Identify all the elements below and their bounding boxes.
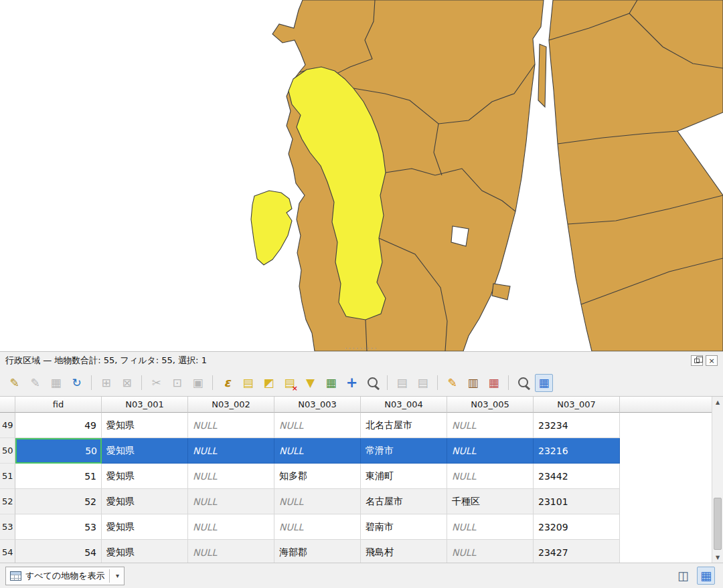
cell-N03_005[interactable]: NULL: [447, 540, 534, 563]
column-header-N03_005[interactable]: N03_005: [447, 397, 534, 413]
table-row-54[interactable]: 5454愛知県NULL海部郡飛島村NULL23427: [0, 540, 723, 563]
cell-fid[interactable]: 51: [15, 464, 102, 489]
cell-N03_003[interactable]: NULL: [274, 514, 361, 540]
cell-N03_004[interactable]: 飛島村: [361, 540, 447, 563]
map-svg[interactable]: [0, 0, 723, 351]
column-header-N03_004[interactable]: N03_004: [361, 397, 447, 413]
cell-N03_004[interactable]: 東浦町: [361, 464, 447, 489]
cell-N03_007[interactable]: 23427: [534, 540, 620, 563]
form-view-icon[interactable]: ◫: [674, 567, 692, 585]
edit-attributes-icon[interactable]: ✎: [443, 374, 461, 392]
table-row-49[interactable]: 4949愛知県NULLNULL北名古屋市NULL23234: [0, 413, 723, 438]
header-corner[interactable]: [0, 397, 15, 413]
cell-N03_001[interactable]: 愛知県: [102, 489, 188, 514]
field-calculator-icon[interactable]: ▥: [464, 374, 482, 392]
panel-splitter-handle[interactable]: ·········: [0, 345, 723, 351]
map-canvas[interactable]: ·········: [0, 0, 723, 351]
selected-feature-island-polygon[interactable]: [251, 191, 292, 265]
cell-fid[interactable]: 49: [15, 413, 102, 438]
cell-N03_003[interactable]: 知多郡: [274, 464, 361, 489]
row-number[interactable]: 50: [0, 438, 15, 464]
row-number[interactable]: 53: [0, 514, 15, 540]
row-number[interactable]: 52: [0, 489, 15, 514]
row-number[interactable]: 51: [0, 464, 15, 489]
paste-icon[interactable]: ▣: [189, 374, 207, 392]
cell-N03_005[interactable]: NULL: [447, 438, 534, 464]
reload-table-icon[interactable]: ↻: [68, 374, 86, 392]
island-polygon[interactable]: [492, 284, 510, 300]
copy-icon[interactable]: ⊡: [168, 374, 186, 392]
undock-icon[interactable]: [691, 355, 703, 366]
column-header-N03_002[interactable]: N03_002: [188, 397, 274, 413]
cell-N03_005[interactable]: NULL: [447, 514, 534, 540]
cell-fid[interactable]: 50: [15, 438, 102, 464]
move-selection-top-icon[interactable]: ▦: [322, 374, 340, 392]
cell-N03_002[interactable]: NULL: [188, 464, 274, 489]
cell-fid[interactable]: 53: [15, 514, 102, 540]
cell-N03_005[interactable]: 千種区: [447, 489, 534, 514]
vertical-scrollbar[interactable]: ▲ ▼: [712, 397, 723, 563]
scroll-up-icon[interactable]: ▲: [712, 397, 723, 407]
row-number[interactable]: 54: [0, 540, 15, 563]
cell-N03_007[interactable]: 23442: [534, 464, 620, 489]
close-icon[interactable]: ×: [706, 355, 718, 366]
cell-N03_001[interactable]: 愛知県: [102, 540, 188, 563]
pier-polygon[interactable]: [538, 44, 546, 107]
dock-attribute-table-icon[interactable]: ▦: [535, 374, 553, 392]
table-row-52[interactable]: 5252愛知県NULLNULL名古屋市千種区23101: [0, 489, 723, 514]
add-feature-icon[interactable]: ⊞: [97, 374, 115, 392]
cut-icon[interactable]: ✂: [147, 374, 165, 392]
actions-icon[interactable]: [514, 374, 532, 392]
invert-selection-icon[interactable]: ◩: [260, 374, 278, 392]
cell-N03_001[interactable]: 愛知県: [102, 464, 188, 489]
column-header-N03_007[interactable]: N03_007: [534, 397, 620, 413]
cell-fid[interactable]: 54: [15, 540, 102, 563]
cell-N03_003[interactable]: NULL: [274, 413, 361, 438]
table-row-50[interactable]: 5050愛知県NULLNULL常滑市NULL23216: [0, 438, 723, 464]
column-header-N03_003[interactable]: N03_003: [274, 397, 361, 413]
deselect-all-icon[interactable]: ▤×: [280, 374, 299, 392]
cell-N03_001[interactable]: 愛知県: [102, 438, 188, 464]
column-header-fid[interactable]: fid: [15, 397, 102, 413]
cell-N03_003[interactable]: NULL: [274, 489, 361, 514]
delete-field-icon[interactable]: ▤: [414, 374, 432, 392]
municipality-polygon-east[interactable]: [549, 0, 723, 351]
cell-N03_007[interactable]: 23101: [534, 489, 620, 514]
cell-N03_002[interactable]: NULL: [188, 438, 274, 464]
cell-N03_001[interactable]: 愛知県: [102, 514, 188, 540]
cell-fid[interactable]: 52: [15, 489, 102, 514]
scroll-thumb[interactable]: [714, 498, 722, 550]
select-all-icon[interactable]: ▤: [239, 374, 257, 392]
cell-N03_003[interactable]: NULL: [274, 438, 361, 464]
cell-N03_003[interactable]: 海部郡: [274, 540, 361, 563]
cell-N03_005[interactable]: NULL: [447, 464, 534, 489]
cell-N03_004[interactable]: 名古屋市: [361, 489, 447, 514]
filter-select-icon[interactable]: ▼: [301, 374, 319, 392]
cell-N03_002[interactable]: NULL: [188, 489, 274, 514]
zoom-to-selection-icon[interactable]: [364, 374, 382, 392]
row-number[interactable]: 49: [0, 413, 15, 438]
cell-N03_004[interactable]: 常滑市: [361, 438, 447, 464]
toggle-editing-icon[interactable]: ✎: [5, 374, 23, 392]
column-header-N03_001[interactable]: N03_001: [102, 397, 188, 413]
cell-N03_007[interactable]: 23209: [534, 514, 620, 540]
new-field-icon[interactable]: ▤: [393, 374, 411, 392]
cell-N03_004[interactable]: 北名古屋市: [361, 413, 447, 438]
scroll-down-icon[interactable]: ▼: [712, 552, 723, 563]
cell-N03_002[interactable]: NULL: [188, 514, 274, 540]
conditional-formatting-icon[interactable]: ▦: [485, 374, 503, 392]
cell-N03_005[interactable]: NULL: [447, 413, 534, 438]
table-view-icon[interactable]: ▦: [697, 567, 715, 585]
feature-filter-button[interactable]: すべての地物を表示 ▾: [5, 567, 125, 585]
delete-selected-icon[interactable]: ⊠: [118, 374, 136, 392]
select-by-expression-icon[interactable]: ε: [218, 374, 236, 392]
cell-N03_004[interactable]: 碧南市: [361, 514, 447, 540]
pan-to-selection-icon[interactable]: +: [343, 374, 361, 392]
save-edits-icon[interactable]: ▦: [47, 374, 65, 392]
cell-N03_002[interactable]: NULL: [188, 540, 274, 563]
table-row-51[interactable]: 5151愛知県NULL知多郡東浦町NULL23442: [0, 464, 723, 489]
table-row-53[interactable]: 5353愛知県NULLNULL碧南市NULL23209: [0, 514, 723, 540]
cell-N03_007[interactable]: 23216: [534, 438, 620, 464]
cell-N03_002[interactable]: NULL: [188, 413, 274, 438]
cell-N03_007[interactable]: 23234: [534, 413, 620, 438]
